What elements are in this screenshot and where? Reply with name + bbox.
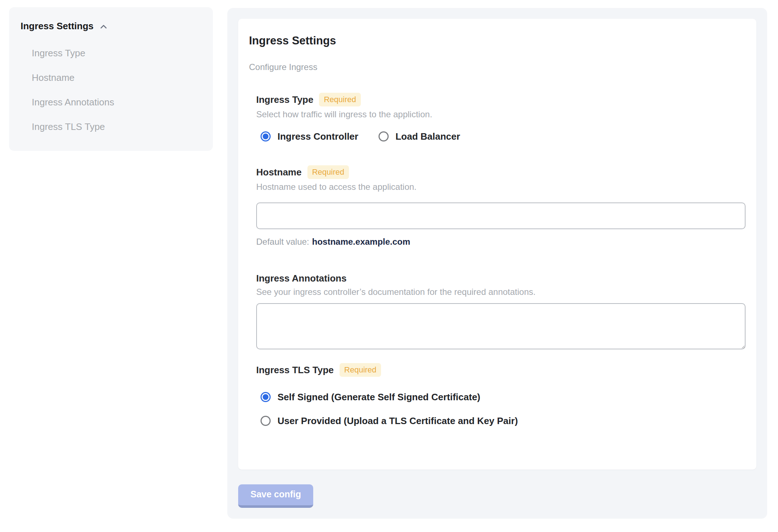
required-badge: Required [340,363,381,377]
section-ingress-tls-type: Ingress TLS Type Required Self Signed (G… [256,363,746,427]
field-label-row: Ingress Type Required [256,93,746,106]
sidebar-item-ingress-type[interactable]: Ingress Type [32,47,201,59]
page-subtitle: Configure Ingress [249,62,746,73]
default-value: hostname.example.com [312,237,410,247]
sidebar-item-ingress-annotations[interactable]: Ingress Annotations [32,96,201,108]
settings-panel: Ingress Settings Configure Ingress Ingre… [227,8,767,519]
field-label-row: Ingress Annotations [256,272,746,284]
hostname-description: Hostname used to access the application. [256,182,746,192]
required-badge: Required [319,93,360,106]
section-ingress-type: Ingress Type Required Select how traffic… [256,93,746,142]
ingress-type-label: Ingress Type [256,94,313,105]
hostname-input[interactable] [256,202,746,229]
settings-sidebar: Ingress Settings Ingress Type Hostname I… [9,7,213,151]
radio-label: Load Balancer [395,131,460,142]
page-title: Ingress Settings [249,34,746,47]
sidebar-nav-list: Ingress Type Hostname Ingress Annotation… [21,47,201,133]
radio-label: Self Signed (Generate Self Signed Certif… [277,391,480,403]
radio-icon [261,392,271,402]
ingress-annotations-description: See your ingress controller’s documentat… [256,287,746,297]
chevron-up-icon [99,22,109,32]
section-ingress-annotations: Ingress Annotations See your ingress con… [256,272,746,349]
sidebar-section-toggle[interactable]: Ingress Settings [21,20,201,32]
radio-ingress-controller[interactable]: Ingress Controller [261,131,358,142]
sidebar-section-title: Ingress Settings [21,20,93,32]
ingress-settings-card: Ingress Settings Configure Ingress Ingre… [238,19,756,470]
ingress-tls-type-options: Self Signed (Generate Self Signed Certif… [256,391,746,427]
form-sections: Ingress Type Required Select how traffic… [256,93,746,427]
radio-self-signed[interactable]: Self Signed (Generate Self Signed Certif… [261,391,480,403]
save-config-button[interactable]: Save config [238,484,313,508]
ingress-annotations-textarea[interactable] [256,303,746,349]
field-label-row: Ingress TLS Type Required [256,363,746,377]
radio-load-balancer[interactable]: Load Balancer [379,131,460,142]
ingress-type-description: Select how traffic will ingress to the a… [256,109,746,120]
radio-user-provided[interactable]: User Provided (Upload a TLS Certificate … [261,415,518,427]
hostname-label: Hostname [256,166,302,178]
ingress-type-options: Ingress Controller Load Balancer [256,131,746,142]
required-badge: Required [307,165,349,179]
sidebar-item-ingress-tls-type[interactable]: Ingress TLS Type [32,121,201,133]
radio-label: Ingress Controller [277,131,358,142]
section-hostname: Hostname Required Hostname used to acces… [256,165,746,247]
hostname-default-line: Default value:hostname.example.com [256,236,746,247]
ingress-tls-type-label: Ingress TLS Type [256,364,334,376]
radio-icon [261,131,271,141]
sidebar-item-hostname[interactable]: Hostname [32,71,201,84]
radio-icon [379,131,389,141]
radio-label: User Provided (Upload a TLS Certificate … [277,415,518,427]
ingress-annotations-label: Ingress Annotations [256,272,346,284]
radio-icon [261,416,271,426]
field-label-row: Hostname Required [256,165,746,179]
default-value-label: Default value: [256,237,309,247]
